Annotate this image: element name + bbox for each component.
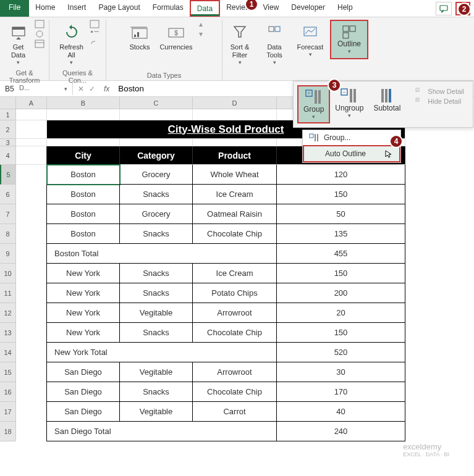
data-cell[interactable]: New York [47,303,120,323]
col-header-C[interactable]: C [120,97,193,109]
cell[interactable] [120,139,193,146]
data-cell[interactable] [120,244,193,264]
cell[interactable] [16,422,47,441]
cell[interactable] [16,323,47,343]
data-cell[interactable]: New York [47,283,120,303]
data-cell[interactable]: Vegitable [120,402,193,422]
row-header-12[interactable]: 12 [0,303,16,323]
data-cell[interactable]: Whole Wheat [193,165,277,185]
tab-data[interactable]: Data [190,0,220,17]
menu-item-group[interactable]: Group... [303,130,400,145]
data-cell[interactable]: Arrowroot [193,362,277,382]
data-cell[interactable]: Snacks [120,323,193,343]
col-header-D[interactable]: D [193,97,277,109]
row-header-9[interactable]: 9 [0,244,16,264]
row-header-18[interactable]: 18 [0,422,16,441]
fx-icon[interactable]: fx [100,85,113,93]
data-cell[interactable]: Ice Cream [193,264,277,283]
data-cell[interactable]: New York [47,323,120,343]
data-cell[interactable]: New York [47,264,120,283]
data-cell[interactable]: 150 [277,185,405,204]
data-cell[interactable]: 50 [277,204,405,224]
cell[interactable] [47,139,120,146]
data-cell[interactable] [120,343,193,362]
select-all-corner[interactable] [0,97,16,109]
data-cell[interactable]: San Diego [47,382,120,402]
table-header[interactable]: Product [193,146,277,165]
data-cell[interactable]: 150 [277,264,405,283]
row-header-5[interactable]: 5 [0,165,16,185]
cell[interactable] [193,139,277,146]
cell[interactable] [16,204,47,224]
tab-help[interactable]: Help [331,0,359,17]
data-cell[interactable] [193,422,277,441]
table-header[interactable]: City [47,146,120,165]
cell[interactable] [120,109,193,120]
cancel-icon[interactable]: ✕ [78,85,84,93]
get-data-button[interactable]: Get Data ▾ [5,20,32,68]
tab-insert[interactable]: Insert [61,0,92,17]
cell[interactable] [16,303,47,323]
menu-item-auto-outline[interactable]: Auto Outline [303,145,400,162]
tab-home[interactable]: Home [29,0,61,17]
tab-formulas[interactable]: Formulas [146,0,190,17]
data-cell[interactable]: Snacks [120,224,193,244]
tab-view[interactable]: View [257,0,286,17]
data-cell[interactable]: Chocolate Chip [193,224,277,244]
cell[interactable] [16,382,47,402]
scroll-down-icon[interactable]: ▾ [199,30,203,38]
data-cell[interactable]: New York Total [47,343,120,362]
cell[interactable] [16,185,47,204]
data-tools-button[interactable]: Data Tools ▾ [261,20,288,68]
row-header-7[interactable]: 7 [0,204,16,224]
data-cell[interactable]: 30 [277,362,405,382]
data-cell[interactable]: Chocolate Chip [193,382,277,402]
data-cell[interactable]: 240 [277,422,405,441]
data-cell[interactable]: Snacks [120,283,193,303]
data-cell[interactable]: Carrot [193,402,277,422]
cell[interactable] [47,109,120,120]
from-text-icon[interactable] [35,20,44,28]
data-cell[interactable]: Grocery [120,204,193,224]
enter-icon[interactable]: ✓ [89,85,95,93]
data-cell[interactable]: Snacks [120,185,193,204]
col-header-B[interactable]: B [47,97,120,109]
data-cell[interactable]: Boston [47,224,120,244]
data-cell[interactable]: Vegitable [120,362,193,382]
data-cell[interactable]: 135 [277,224,405,244]
row-header-3[interactable]: 3 [0,139,16,146]
file-tab[interactable]: File [0,0,29,17]
data-cell[interactable]: 40 [277,402,405,422]
scroll-up-icon[interactable]: ▴ [199,20,203,28]
data-cell[interactable]: Potato Chips [193,283,277,303]
data-cell[interactable]: San Diego [47,402,120,422]
data-cell[interactable] [120,422,193,441]
row-header-16[interactable]: 16 [0,382,16,402]
data-cell[interactable]: Chocolate Chip [193,323,277,343]
cell[interactable] [193,109,277,120]
data-cell[interactable]: Boston [47,204,120,224]
row-header-13[interactable]: 13 [0,323,16,343]
subtotal-button[interactable]: Subtotal [368,85,405,115]
refresh-all-button[interactable]: Refresh All ▾ [56,20,87,68]
data-cell[interactable]: Boston [47,185,120,204]
currencies-button[interactable]: $ Currencies [156,20,196,54]
data-cell[interactable]: Vegitable [120,303,193,323]
hide-detail-button[interactable]: Hide Detail [415,98,464,105]
col-header-A[interactable]: A [16,97,47,109]
data-cell[interactable] [193,244,277,264]
from-web-icon[interactable] [35,30,44,38]
row-header-17[interactable]: 17 [0,402,16,422]
comments-button[interactable] [436,2,452,15]
cell[interactable] [16,244,47,264]
cell[interactable] [16,109,47,120]
row-header-1[interactable]: 1 [0,109,16,120]
data-cell[interactable]: Arrowroot [193,303,277,323]
data-cell[interactable]: 170 [277,382,405,402]
name-box[interactable]: B5 ▾ [0,83,73,95]
data-cell[interactable]: 20 [277,303,405,323]
cell[interactable] [16,146,47,165]
cell[interactable] [16,283,47,303]
tab-developer[interactable]: Developer [285,0,331,17]
data-cell[interactable]: 150 [277,323,405,343]
